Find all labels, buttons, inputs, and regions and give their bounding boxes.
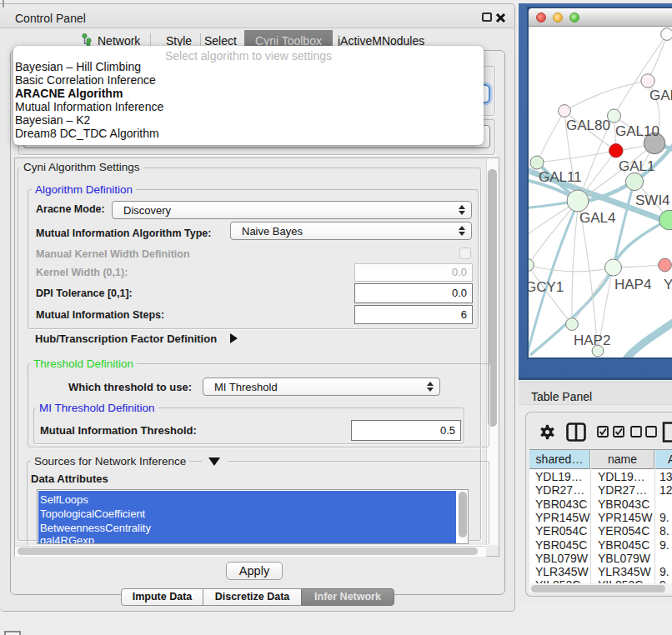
svg-text:Y: Y: [664, 277, 672, 292]
svg-text:HAP4: HAP4: [614, 277, 651, 292]
svg-text:GAL: GAL: [649, 88, 672, 103]
svg-text:SWI4: SWI4: [635, 192, 670, 208]
svg-text:GCY1: GCY1: [529, 279, 564, 295]
svg-text:HAP2: HAP2: [574, 332, 610, 348]
svg-text:GAL80: GAL80: [566, 118, 610, 133]
svg-text:GAL4: GAL4: [579, 210, 615, 226]
svg-text:GAL1: GAL1: [619, 158, 654, 174]
svg-text:GAL11: GAL11: [539, 169, 582, 185]
svg-text:GAL10: GAL10: [615, 123, 659, 139]
